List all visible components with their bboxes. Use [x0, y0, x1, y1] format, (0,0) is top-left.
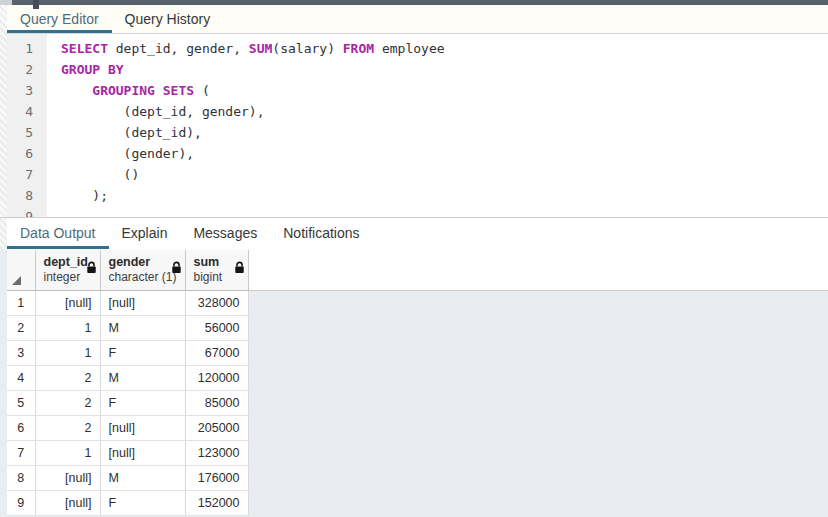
sql-text: (gender), — [61, 146, 194, 161]
tab-query-editor[interactable]: Query Editor — [7, 5, 112, 33]
row-number[interactable]: 8 — [7, 466, 35, 491]
sql-editor[interactable]: 123456789 SELECT dept_id, gender, SUM(sa… — [7, 34, 828, 217]
code-line — [47, 206, 828, 217]
table-row: 52F85000 — [7, 391, 248, 416]
sql-keyword: FROM — [343, 41, 374, 56]
table-row: 31F67000 — [7, 341, 248, 366]
row-number[interactable]: 9 — [7, 491, 35, 516]
line-number: 8 — [7, 185, 47, 206]
sql-text: ); — [61, 188, 108, 203]
code-line: () — [47, 164, 828, 185]
tab-query-history[interactable]: Query History — [112, 5, 224, 33]
line-number: 4 — [7, 101, 47, 122]
grid-cell[interactable]: 67000 — [185, 341, 248, 366]
lock-icon — [234, 261, 245, 274]
line-number: 2 — [7, 59, 47, 80]
toolbar-notch — [33, 0, 39, 9]
row-number[interactable]: 2 — [7, 316, 35, 341]
table-row: 42M120000 — [7, 366, 248, 391]
code-line: ); — [47, 185, 828, 206]
grid-cell[interactable]: 1 — [35, 316, 100, 341]
row-number[interactable]: 5 — [7, 391, 35, 416]
column-header-gender[interactable]: gendercharacter (1) — [100, 250, 185, 291]
grid-cell[interactable]: 56000 — [185, 316, 248, 341]
grid-cell[interactable]: [null] — [100, 441, 185, 466]
grid-cell[interactable]: 328000 — [185, 291, 248, 316]
grid-cell[interactable]: 2 — [35, 416, 100, 441]
sql-keyword: SUM — [249, 41, 272, 56]
tab-explain[interactable]: Explain — [109, 218, 181, 249]
code-line: (dept_id, gender), — [47, 101, 828, 122]
sql-text: ( — [194, 83, 210, 98]
lock-icon — [171, 261, 182, 274]
row-number[interactable]: 4 — [7, 366, 35, 391]
column-header-dept_id[interactable]: dept_idinteger — [35, 250, 100, 291]
row-number[interactable]: 7 — [7, 441, 35, 466]
code-line: SELECT dept_id, gender, SUM(salary) FROM… — [47, 38, 828, 59]
grid-cell[interactable]: [null] — [35, 491, 100, 516]
results-grid: dept_idintegergendercharacter (1)sumbigi… — [7, 250, 249, 516]
table-row: 1[null][null]328000 — [7, 291, 248, 316]
grid-cell[interactable]: 2 — [35, 366, 100, 391]
grid-cell[interactable]: [null] — [35, 291, 100, 316]
line-number: 9 — [7, 206, 47, 217]
output-tab-bar: Data Output Explain Messages Notificatio… — [7, 218, 828, 249]
line-number: 1 — [7, 38, 47, 59]
select-all-corner[interactable] — [7, 250, 35, 291]
line-number: 3 — [7, 80, 47, 101]
row-number[interactable]: 6 — [7, 416, 35, 441]
sql-text: dept_id, gender, — [108, 41, 249, 56]
line-number-gutter: 123456789 — [7, 34, 47, 217]
sql-text: (dept_id), — [61, 125, 202, 140]
grid-cell[interactable]: M — [100, 316, 185, 341]
grid-cell[interactable]: 85000 — [185, 391, 248, 416]
table-row: 8[null]M176000 — [7, 466, 248, 491]
sql-text — [61, 83, 92, 98]
line-number: 7 — [7, 164, 47, 185]
line-number: 5 — [7, 122, 47, 143]
grid-cell[interactable]: M — [100, 466, 185, 491]
table-row: 62[null]205000 — [7, 416, 248, 441]
grid-cell[interactable]: M — [100, 366, 185, 391]
grid-cell[interactable]: 1 — [35, 441, 100, 466]
grid-cell[interactable]: [null] — [100, 291, 185, 316]
sql-text: (dept_id, gender), — [61, 104, 265, 119]
tab-data-output[interactable]: Data Output — [7, 218, 109, 249]
editor-tab-bar: Query Editor Query History — [7, 5, 828, 34]
grid-cell[interactable]: [null] — [100, 416, 185, 441]
column-header-sum[interactable]: sumbigint — [185, 250, 248, 291]
row-number[interactable]: 1 — [7, 291, 35, 316]
sql-text: employee — [374, 41, 444, 56]
code-line: (gender), — [47, 143, 828, 164]
table-row: 9[null]F152000 — [7, 491, 248, 516]
sql-text: (salary) — [272, 41, 342, 56]
tab-messages[interactable]: Messages — [180, 218, 270, 249]
grid-cell[interactable]: 176000 — [185, 466, 248, 491]
grid-cell[interactable]: F — [100, 491, 185, 516]
lock-icon — [86, 261, 97, 274]
tab-notifications[interactable]: Notifications — [270, 218, 372, 249]
grid-cell[interactable]: 2 — [35, 391, 100, 416]
sql-keyword: GROUP BY — [61, 62, 124, 77]
table-row: 21M56000 — [7, 316, 248, 341]
code-line: GROUP BY — [47, 59, 828, 80]
table-row: 71[null]123000 — [7, 441, 248, 466]
grid-cell[interactable]: 123000 — [185, 441, 248, 466]
grid-cell[interactable]: F — [100, 341, 185, 366]
code-line: (dept_id), — [47, 122, 828, 143]
grid-cell[interactable]: 1 — [35, 341, 100, 366]
code-line: GROUPING SETS ( — [47, 80, 828, 101]
sql-keyword: GROUPING SETS — [92, 83, 194, 98]
grid-cell[interactable]: 120000 — [185, 366, 248, 391]
grid-cell[interactable]: F — [100, 391, 185, 416]
sql-code[interactable]: SELECT dept_id, gender, SUM(salary) FROM… — [47, 38, 828, 217]
select-all-triangle-icon — [12, 276, 21, 285]
grid-cell[interactable]: 152000 — [185, 491, 248, 516]
data-output-panel: dept_idintegergendercharacter (1)sumbigi… — [0, 250, 828, 517]
grid-cell[interactable]: 205000 — [185, 416, 248, 441]
grid-cell[interactable]: [null] — [35, 466, 100, 491]
grid-header-row: dept_idintegergendercharacter (1)sumbigi… — [7, 250, 248, 291]
line-number: 6 — [7, 143, 47, 164]
row-number[interactable]: 3 — [7, 341, 35, 366]
sql-keyword: SELECT — [61, 41, 108, 56]
